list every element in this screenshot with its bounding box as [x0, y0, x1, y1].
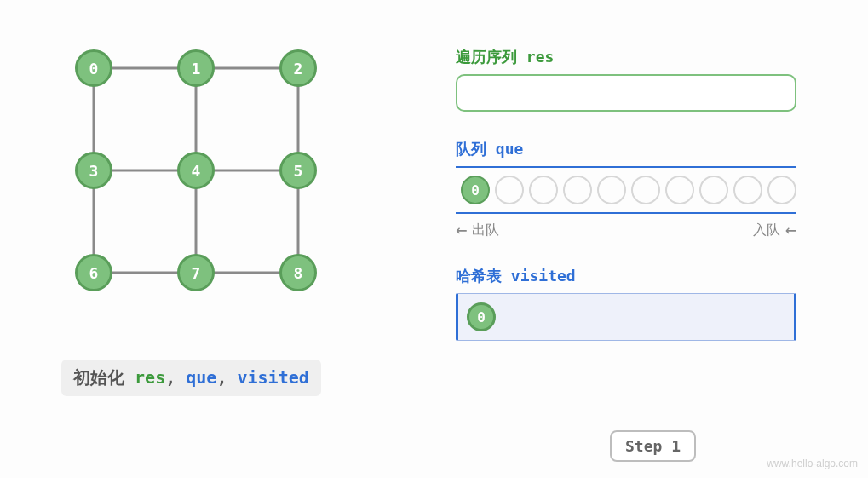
queue-slot: 0 [461, 176, 490, 204]
queue-title: 队列 que [456, 139, 813, 159]
step-button[interactable]: Step 1 [610, 430, 696, 462]
visited-box: 0 [456, 293, 796, 341]
graph-node-3: 3 [75, 152, 112, 189]
queue-slot [699, 176, 728, 204]
res-title: 遍历序列 res [456, 47, 813, 67]
caption-que: que [186, 367, 216, 388]
queue-slot [733, 176, 762, 204]
res-box [456, 74, 796, 112]
graph-node-7: 7 [177, 254, 215, 291]
graph-node-4: 4 [177, 152, 215, 189]
queue-slot [563, 176, 592, 204]
caption-sep2: , [216, 367, 227, 388]
visited-chip: 0 [467, 302, 496, 331]
graph-node-2: 2 [279, 49, 317, 87]
queue-slot [597, 176, 626, 204]
queue-slot [665, 176, 694, 204]
caption-prefix: 初始化 [73, 367, 124, 388]
init-caption: 初始化 res, que, visited [61, 360, 321, 396]
caption-sep1: , [165, 367, 175, 388]
graph-node-8: 8 [279, 254, 317, 291]
watermark: www.hello-algo.com [767, 458, 858, 469]
graph-node-6: 6 [75, 254, 112, 291]
queue-slot [495, 176, 524, 204]
graph-node-1: 1 [177, 49, 215, 87]
graph-node-0: 0 [75, 49, 112, 87]
queue-slot [631, 176, 660, 204]
enqueue-label: 入队 [753, 219, 796, 240]
queue-rail: 0 [456, 166, 796, 214]
visited-title: 哈希表 visited [456, 266, 813, 286]
caption-res: res [135, 367, 165, 388]
queue-slot [767, 176, 796, 204]
queue-slot [529, 176, 558, 204]
graph-grid: 0 1 2 3 4 5 6 7 8 [77, 51, 315, 290]
caption-visited: visited [237, 367, 308, 388]
graph-node-5: 5 [279, 152, 317, 189]
dequeue-label: 出队 [456, 219, 499, 240]
